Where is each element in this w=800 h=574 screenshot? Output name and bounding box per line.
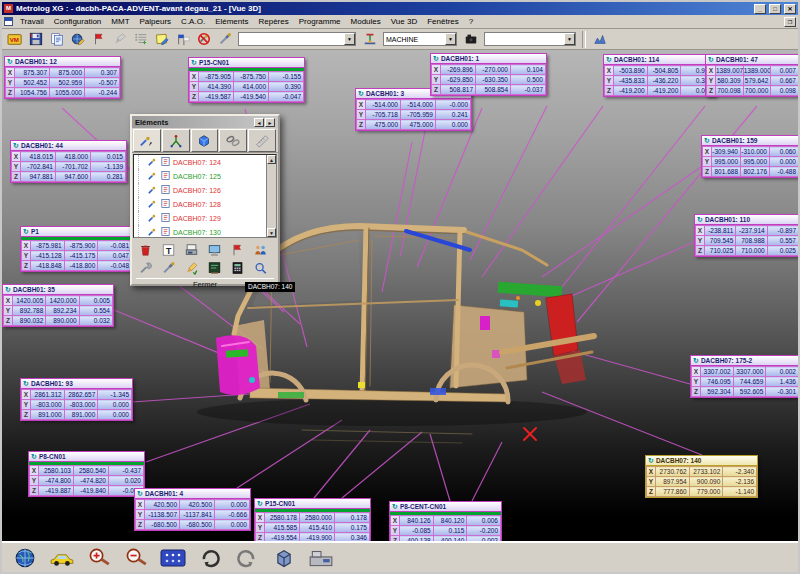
palette-tool-text-icon[interactable]: T (157, 241, 179, 258)
measure-box-dacbh07-175-2[interactable]: ↻DACBH07: 175-2X3307.0023307.0000.002Y74… (690, 355, 798, 398)
palette-tab-link-tab-icon[interactable] (219, 129, 247, 152)
rotate-cw-icon[interactable] (196, 546, 224, 570)
palette-tool-flag-icon[interactable] (226, 241, 248, 258)
measure-values-table: X1389.0071389.0000.007Y580.309579.6420.6… (706, 65, 798, 96)
maximize-button[interactable]: □ (769, 4, 781, 14)
note-edit-icon[interactable] (152, 31, 171, 48)
minimize-button[interactable]: _ (754, 4, 766, 14)
menu-[interactable]: ? (464, 17, 478, 26)
measure-box-id: P15-CN01 (199, 59, 229, 66)
menu-rep-res[interactable]: Repères (253, 17, 293, 26)
flags-icon[interactable] (173, 31, 192, 48)
rotate-ccw-icon[interactable] (233, 546, 261, 570)
measure-row-x: X-269.896-270.0000.104 (432, 65, 546, 75)
palette-tab-tree-tab-icon[interactable] (162, 129, 190, 152)
menu-fen-tres[interactable]: Fenêtres (422, 17, 464, 26)
measure-box-dacbh01-12[interactable]: ↻DACBH01: 12X875.307875.0000.307Y502.452… (4, 56, 121, 99)
measure-box-p8-cn01[interactable]: ↻P8-CN01X2580.1032580.540-0.437Y-474.800… (28, 451, 145, 497)
measure-box-dacbh01-35[interactable]: ↻DACBH01: 35X1420.0051420.0000.005Y892.7… (2, 284, 114, 327)
chevron-down-icon[interactable]: ▼ (445, 33, 456, 45)
viewport-3d[interactable]: ↻DACBH01: 12X875.307875.0000.307Y502.452… (2, 50, 798, 541)
palette-tool-trash-icon[interactable] (134, 241, 156, 258)
palette-tool-board-icon[interactable] (203, 259, 225, 276)
palette-tool-search-icon[interactable] (249, 259, 271, 276)
scroll-down-button[interactable]: ▼ (267, 228, 276, 237)
globe-icon[interactable] (11, 546, 39, 570)
palette-tab-measure-tab-icon[interactable] (248, 129, 276, 152)
folder-icon[interactable]: VM (5, 31, 24, 48)
machine-icon[interactable] (307, 546, 335, 570)
view-combo[interactable]: ▼ (484, 32, 576, 46)
feature-list-item[interactable]: DACBH07: 129 (138, 211, 276, 225)
feature-list-scrollbar[interactable]: ▲ ▼ (266, 155, 276, 237)
menu-el-ments[interactable]: Eléments (210, 17, 253, 26)
palette-prev-button[interactable]: ◄ (254, 118, 264, 127)
measure-box-p1[interactable]: ↻P1X-875.981-875.900-0.081Y-415.128-415.… (20, 226, 133, 272)
measure-box-p8-cent-cn01[interactable]: ↻P8-CENT-CN01X840.126840.1200.006Y-0.085… (389, 501, 502, 541)
scroll-up-button[interactable]: ▲ (267, 155, 276, 164)
measure-box-dacbh01-4[interactable]: ↻DACBH01: 4X420.500420.5000.000Y-1138.50… (134, 488, 251, 531)
probe-icon[interactable] (215, 31, 234, 48)
measure-box-dacbh01-110[interactable]: ↻DACBH01: 110X-238.811-237.914-0.897Y709… (694, 214, 798, 257)
cmm-icon[interactable] (360, 31, 379, 48)
menu-travail[interactable]: Travail (15, 17, 49, 26)
feature-list-item[interactable]: DACBH07: 125 (138, 169, 276, 183)
close-button[interactable]: ✕ (784, 4, 796, 14)
palette-tab-construct-tab-icon[interactable] (133, 129, 161, 152)
palette-tab-cao-tab-icon[interactable] (191, 129, 219, 152)
views-icon[interactable] (159, 546, 187, 570)
menu-vue-3d[interactable]: Vue 3D (386, 17, 422, 26)
menu-configuration[interactable]: Configuration (49, 17, 107, 26)
measure-box-p15-cn01[interactable]: ↻P15-CN01X-875.905-875.750-0.155Y414.390… (188, 57, 305, 103)
child-window-icon[interactable] (4, 17, 13, 26)
palette-tool-group-icon[interactable] (249, 241, 271, 258)
nominal-value: 891.000 (64, 410, 98, 420)
measure-box-p15-cn01[interactable]: ↻P15-CN01X2580.1782580.0000.178Y415.5854… (254, 498, 371, 541)
chevron-down-icon[interactable]: ▼ (564, 33, 575, 45)
palette-tool-calc-icon[interactable] (226, 259, 248, 276)
menu-programme[interactable]: Programme (294, 17, 346, 26)
measure-box-dacbh01-1[interactable]: ↻DACBH01: 1X-269.896-270.0000.104Y-629.8… (430, 53, 547, 96)
stats-icon[interactable] (590, 31, 609, 48)
save-icon[interactable] (26, 31, 45, 48)
palette-tool-pc-icon[interactable] (203, 241, 225, 258)
feature-list-item[interactable]: DACBH07: 124 (138, 155, 276, 169)
axis-label: Y (22, 400, 31, 410)
measure-box-dacbh01-44[interactable]: ↻DACBH01: 44X418.015418.0000.015Y-702.84… (10, 140, 127, 183)
measure-box-dacbh07-140[interactable]: ↻DACBH07: 140X2730.7622733.102-2.340Y897… (645, 455, 758, 498)
report-icon[interactable] (47, 31, 66, 48)
feature-list-item[interactable]: DACBH07: 126 (138, 183, 276, 197)
flag-icon[interactable] (89, 31, 108, 48)
car-icon[interactable] (48, 546, 76, 570)
no-probe-icon[interactable] (194, 31, 213, 48)
doc-mini-icon (160, 156, 171, 168)
list-icon[interactable] (131, 31, 150, 48)
measure-box-dacbh01-114[interactable]: ↻DACBH01: 114X-503.890-504.8050.915Y-435… (603, 54, 716, 97)
palette-tool-print-icon[interactable] (180, 241, 202, 258)
export-icon[interactable] (68, 31, 87, 48)
menu-modules[interactable]: Modules (346, 17, 386, 26)
pens-icon[interactable] (110, 31, 129, 48)
feature-list-item[interactable]: DACBH07: 128 (138, 197, 276, 211)
measure-box-dacbh01-159[interactable]: ↻DACBH01: 159X-309.940-310.0000.060Y995.… (701, 135, 798, 178)
palette-title-bar[interactable]: Eléments ◄ ► (132, 116, 278, 128)
palette-tool-probe-icon[interactable] (157, 259, 179, 276)
child-restore-button[interactable]: ❐ (784, 17, 796, 27)
measure-box-dacbh01-93[interactable]: ↻DACBH01: 93X2861.3122862.657-1.345Y-803… (20, 378, 133, 421)
menu-c-a-o[interactable]: C.A.O. (176, 17, 210, 26)
cube-icon[interactable] (270, 546, 298, 570)
feature-combo[interactable]: ▼ (238, 32, 356, 46)
palette-tool-wrench-icon[interactable] (134, 259, 156, 276)
zoom-out-icon[interactable] (122, 546, 150, 570)
palette-tool-edit-icon[interactable] (180, 259, 202, 276)
zoom-in-icon[interactable] (85, 546, 113, 570)
feature-list-item[interactable]: DACBH07: 130 (138, 225, 276, 238)
chevron-down-icon[interactable]: ▼ (344, 33, 355, 45)
menu-palpeurs[interactable]: Palpeurs (135, 17, 177, 26)
camera-icon[interactable] (461, 31, 480, 48)
menu-mmt[interactable]: MMT (106, 17, 134, 26)
machine-combo[interactable]: MACHINE▼ (383, 32, 457, 46)
nominal-value: 744.659 (733, 377, 766, 387)
palette-next-button[interactable]: ► (265, 118, 275, 127)
measure-box-dacbh01-47[interactable]: ↻DACBH01: 47X1389.0071389.0000.007Y580.3… (705, 54, 798, 97)
